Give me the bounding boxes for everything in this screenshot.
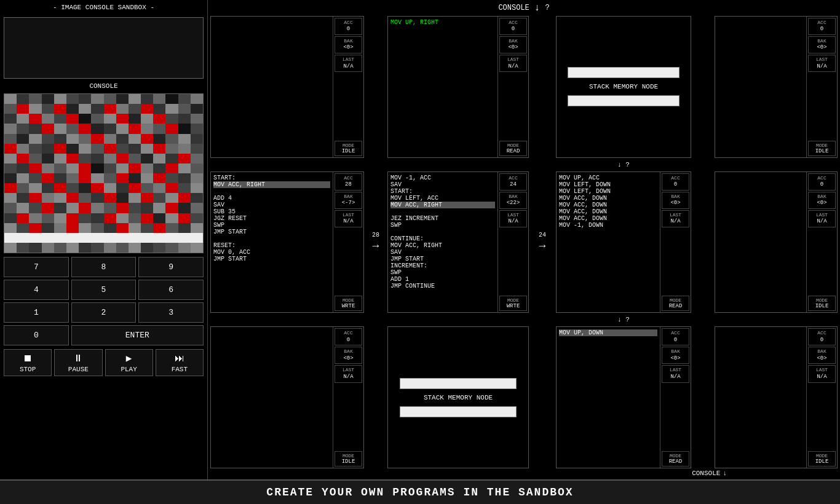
node-r3c3-sidebar: ACC0 BAK<0> LASTN/A MODEREAD: [660, 327, 691, 468]
mode-r2c4: MODEIDLE: [808, 296, 836, 311]
arrow-r3c1c2: [365, 326, 386, 468]
numpad-1[interactable]: 1: [4, 302, 69, 323]
node-r2c1-code[interactable]: START: MOV ACC, RIGHT ADD 4 SAV SUB 35 J…: [211, 172, 333, 313]
play-button[interactable]: ▶ PLAY: [105, 349, 153, 376]
node-r2c2-code[interactable]: MOV -1, ACC SAV START: MOV LEFT, ACC MOV…: [388, 172, 497, 313]
numpad-6[interactable]: 6: [138, 280, 204, 300]
pixel-cell-133: [66, 173, 79, 183]
node-r2c2: MOV -1, ACC SAV START: MOV LEFT, ACC MOV…: [387, 171, 529, 313]
numpad-5[interactable]: 5: [71, 280, 137, 300]
stack-bar-3: [400, 378, 517, 389]
reg-bak-r3c1: BAK<0>: [335, 347, 362, 364]
left-panel: - IMAGE CONSOLE SANDBOX - CONSOLE 7 8 9 …: [0, 0, 208, 479]
reg-bak-r2c3: BAK<0>: [662, 192, 689, 209]
console-between-r1r2: ↓ ?: [556, 161, 691, 168]
pixel-cell-130: [29, 173, 41, 183]
pixel-cell-229: [66, 233, 79, 243]
pixel-cell-91: [141, 144, 153, 154]
pixel-cell-27: [141, 104, 153, 114]
node-r2c1: START: MOV ACC, RIGHT ADD 4 SAV SUB 35 J…: [210, 171, 364, 313]
pixel-cell-70: [79, 134, 91, 144]
pixel-cell-223: [191, 223, 203, 233]
reg-last-r3c1: LASTN/A: [335, 365, 362, 382]
pixel-cell-251: [141, 243, 153, 253]
pixel-cell-127: [191, 163, 203, 173]
reg-last-r1c1: LASTN/A: [335, 55, 362, 72]
reg-acc-r1c4: ACC0: [808, 18, 836, 35]
node-r1c4-code[interactable]: [715, 17, 806, 157]
pixel-cell-116: [54, 163, 66, 173]
stop-button[interactable]: ⏹ STOP: [4, 349, 52, 376]
mode-r1c1: MODEIDLE: [335, 141, 362, 156]
pixel-cell-32: [4, 114, 17, 124]
pixel-cell-87: [91, 144, 103, 154]
pixel-cell-137: [116, 173, 129, 183]
pixel-cell-71: [91, 134, 103, 144]
node-r2c4-code[interactable]: [715, 172, 806, 313]
pixel-cell-28: [153, 104, 165, 114]
pixel-cell-94: [178, 144, 191, 154]
arrow-right-icon-2: →: [539, 240, 546, 252]
node-r3c4-code[interactable]: [715, 327, 806, 468]
pixel-cell-81: [17, 144, 29, 154]
pixel-cell-152: [104, 183, 116, 193]
pause-icon: ⏸: [73, 353, 83, 364]
numpad-9[interactable]: 9: [138, 257, 204, 277]
pixel-cell-46: [178, 114, 191, 124]
reg-acc-r2c2: ACC24: [499, 173, 527, 191]
pixel-cell-103: [91, 154, 103, 163]
node-r1c1-code[interactable]: [211, 17, 333, 157]
reg-last-r1c4: LASTN/A: [808, 55, 836, 72]
pause-button[interactable]: ⏸ PAUSE: [54, 349, 102, 376]
pixel-cell-33: [17, 114, 29, 124]
pixel-cell-182: [79, 203, 91, 213]
node-r3c1-code[interactable]: [211, 327, 333, 468]
pixel-cell-44: [153, 114, 165, 124]
numpad-2[interactable]: 2: [71, 302, 137, 323]
pixel-cell-109: [165, 154, 178, 163]
pixel-cell-39: [91, 114, 103, 124]
pixel-cell-60: [153, 124, 165, 133]
pixel-cell-42: [129, 114, 141, 124]
stack-bar-1: [568, 67, 680, 78]
mode-r3c1: MODEIDLE: [335, 451, 362, 467]
pixel-cell-111: [191, 154, 203, 163]
node-r2c3: MOV UP, ACC MOV LEFT, DOWN MOV LEFT, DOW…: [556, 171, 691, 313]
pixel-cell-178: [29, 203, 41, 213]
reg-last-r2c3: LASTN/A: [662, 210, 689, 227]
pixel-cell-57: [116, 124, 129, 133]
arrow-r2c2c3: 24 →: [530, 171, 555, 313]
pixel-cell-140: [153, 173, 165, 183]
pixel-cell-101: [66, 154, 79, 163]
numpad-8[interactable]: 8: [71, 257, 137, 277]
pixel-cell-106: [129, 154, 141, 163]
node-r3c3-code[interactable]: MOV UP, DOWN: [557, 327, 660, 468]
node-r1c2-code[interactable]: MOV UP, RIGHT: [388, 17, 497, 157]
node-r2c3-code[interactable]: MOV UP, ACC MOV LEFT, DOWN MOV LEFT, DOW…: [557, 172, 660, 313]
pixel-cell-225: [17, 233, 29, 243]
pixel-cell-169: [116, 193, 129, 203]
numpad-4[interactable]: 4: [4, 280, 69, 300]
pixel-cell-36: [54, 114, 66, 124]
console-text: CONSOLE: [498, 4, 529, 12]
numpad-3[interactable]: 3: [138, 302, 204, 323]
pixel-cell-80: [4, 144, 17, 154]
pixel-cell-115: [42, 163, 54, 173]
pixel-cell-58: [129, 124, 141, 133]
image-box: [4, 17, 204, 79]
numpad-0[interactable]: 0: [4, 325, 69, 345]
pixel-cell-219: [141, 223, 153, 233]
pixel-cell-181: [66, 203, 79, 213]
pixel-cell-149: [66, 183, 79, 193]
stack-bar-4: [400, 406, 517, 417]
pixel-cell-55: [91, 124, 103, 133]
numpad-7[interactable]: 7: [4, 257, 69, 277]
pixel-cell-112: [4, 163, 17, 173]
pixel-cell-195: [42, 213, 54, 223]
fast-button[interactable]: ⏭ FAST: [156, 349, 204, 376]
pixel-cell-158: [178, 183, 191, 193]
pixel-cell-3: [42, 94, 54, 104]
pixel-cell-52: [54, 124, 66, 133]
enter-button[interactable]: ENTER: [71, 325, 204, 345]
pixel-cell-114: [29, 163, 41, 173]
